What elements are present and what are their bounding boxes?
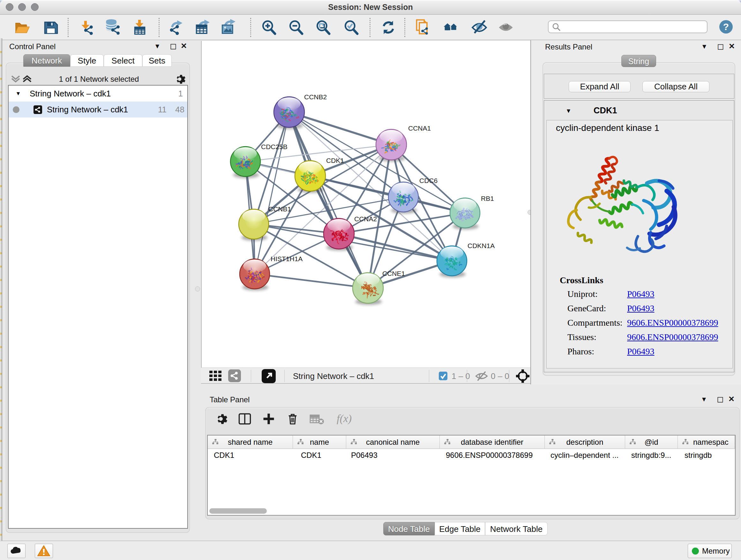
svg-text:CCNE1: CCNE1 [382,270,405,277]
svg-text:RB1: RB1 [481,195,494,202]
svg-text:CDK1: CDK1 [326,157,344,164]
svg-text:CDKN1A: CDKN1A [468,242,495,249]
svg-text:CCNB2: CCNB2 [304,93,327,101]
svg-text:HIST1H1A: HIST1H1A [271,255,302,262]
svg-text:CCNB1: CCNB1 [268,205,291,212]
svg-text:CDC6: CDC6 [419,177,437,184]
svg-text:CCNA2: CCNA2 [354,215,377,223]
svg-text:CCNA1: CCNA1 [408,125,431,132]
svg-text:CDC25B: CDC25B [261,143,287,150]
